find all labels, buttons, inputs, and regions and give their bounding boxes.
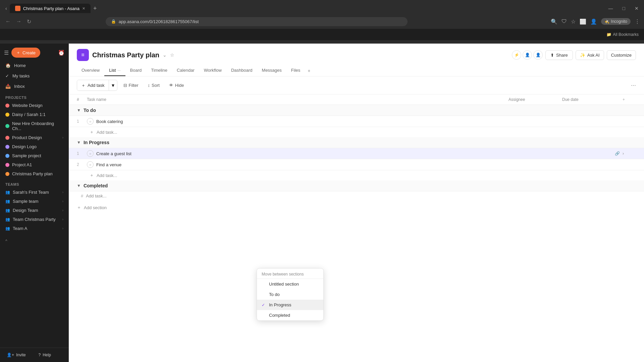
close-button[interactable]: ✕ (632, 5, 641, 12)
tab-dashboard[interactable]: Dashboard (226, 65, 257, 76)
section-completed: ▼ Completed # Add task... (69, 180, 644, 200)
sidebar-item-inbox[interactable]: 📥 Inbox (0, 81, 69, 92)
nav-more-icon[interactable]: + (305, 65, 313, 76)
integration-icon[interactable]: ⚡ (512, 50, 521, 60)
sidebar-item-team-christmas-party[interactable]: 👥 Team Christmas Party › (0, 215, 69, 224)
tab-workflow[interactable]: Workflow (199, 65, 226, 76)
favorite-icon[interactable]: ☆ (170, 52, 174, 58)
dropdown-item-completed[interactable]: Completed (257, 310, 323, 320)
address-bar[interactable]: 🔒 app.asana.com/0/1206182861755067/list (106, 17, 408, 26)
new-tab-button[interactable]: + (91, 4, 100, 13)
back-tab-icon[interactable]: ‹ (3, 4, 10, 12)
sidebar-item-project-a1[interactable]: Project A1 (0, 160, 69, 169)
tab-close-icon[interactable]: ✕ (82, 6, 85, 11)
clock-icon[interactable]: ⏰ (58, 50, 65, 56)
add-section-row[interactable]: ＋ Add section (69, 200, 644, 215)
dropdown-item-in-progress[interactable]: ✓ In Progress (257, 300, 323, 310)
more-options-icon[interactable]: ⋮ (635, 18, 640, 25)
filter-button[interactable]: ⊟ Filter (120, 81, 142, 90)
tab-board[interactable]: Board (125, 65, 147, 76)
plus-icon: ＋ (90, 172, 94, 178)
add-task-row-in-progress[interactable]: ＋ Add task... (69, 170, 644, 180)
sidebar-item-team-a[interactable]: 👥 Team A › (0, 224, 69, 233)
plus-icon: ＋ (90, 129, 94, 135)
ask-ai-button[interactable]: ✨ Ask AI (576, 50, 604, 60)
tab-overview[interactable]: Overview (77, 65, 104, 76)
section-header-completed[interactable]: ▼ Completed (69, 180, 644, 191)
sidebar-item-design-logo[interactable]: Design Logo (0, 142, 69, 151)
tab-calendar[interactable]: Calendar (172, 65, 199, 76)
tab-messages[interactable]: Messages (257, 65, 286, 76)
bookmarks-label[interactable]: 📁 All Bookmarks (606, 32, 639, 37)
back-button[interactable]: ← (4, 17, 12, 26)
lock-icon: 🔒 (111, 19, 116, 24)
sidebar-item-home[interactable]: 🏠 Home (0, 60, 69, 71)
hamburger-icon[interactable]: ☰ (4, 50, 9, 56)
task-name[interactable]: Find a venue (96, 162, 522, 167)
sidebar-item-website-design[interactable]: Website Design (0, 101, 69, 110)
toolbar-more-icon[interactable]: ··· (631, 82, 636, 89)
tab-list[interactable]: List ··· (104, 65, 125, 76)
task-complete-checkbox[interactable]: ○ (87, 150, 94, 157)
sidebar-item-sarahs-first-team[interactable]: 👥 Sarah's First Team › (0, 188, 69, 197)
minimize-button[interactable]: — (606, 5, 616, 12)
sort-button[interactable]: ↕ Sort (144, 81, 163, 90)
search-icon[interactable]: 🔍 (551, 18, 557, 25)
title-dropdown-icon[interactable]: ⌄ (163, 52, 167, 58)
section-header-in-progress[interactable]: ▼ In Progress (69, 137, 644, 148)
plus-icon: ＋ (81, 82, 86, 88)
sidebar-toggle-icon[interactable]: ⬜ (580, 18, 586, 25)
project-dot (5, 145, 9, 149)
sidebar-item-my-tasks[interactable]: ✓ My tasks (0, 71, 69, 81)
sidebar-item-design-team[interactable]: 👥 Design Team › (0, 206, 69, 215)
task-name[interactable]: Create a guest list (96, 151, 522, 156)
sidebar-item-product-design[interactable]: Product Design › (0, 133, 69, 142)
project-icon: ≡ (77, 49, 89, 61)
profile-icon[interactable]: 👤 (590, 18, 597, 25)
collapse-teams-icon[interactable]: ^ (5, 239, 7, 243)
maximize-button[interactable]: □ (620, 5, 628, 12)
tab-timeline[interactable]: Timeline (146, 65, 172, 76)
sidebar-item-sample-project[interactable]: Sample project (0, 151, 69, 160)
sidebar-item-christmas-party[interactable]: Christmas Party plan (0, 169, 69, 178)
help-icon: ? (39, 353, 41, 357)
sidebar-item-daisy-sarah[interactable]: Daisy / Sarah 1:1 (0, 110, 69, 119)
task-complete-checkbox[interactable]: ○ (87, 161, 94, 168)
dropdown-item-untitled[interactable]: Untitled section (257, 279, 323, 289)
task-name[interactable]: Book catering (96, 119, 522, 124)
star-icon[interactable]: ☆ (571, 18, 576, 25)
add-task-button[interactable]: ＋ Add task (77, 80, 109, 90)
dropdown-item-todo[interactable]: To do (257, 289, 323, 300)
table-row: 2 ○ Find a venue (69, 159, 644, 170)
add-task-row-completed[interactable]: # Add task... (69, 191, 644, 200)
add-column-icon[interactable]: + (623, 97, 636, 102)
forward-button[interactable]: → (15, 17, 23, 26)
sidebar-item-sample-team[interactable]: 👥 Sample team › (0, 197, 69, 206)
team-icon: 👥 (5, 199, 10, 203)
main-content: ≡ Christmas Party plan ⌄ ☆ ⚡ 👤 👤 ⬆ Share (69, 44, 644, 362)
member2-icon[interactable]: 👤 (533, 50, 543, 60)
invite-button[interactable]: 👤+ Invite (4, 351, 33, 359)
share-button[interactable]: ⬆ Share (545, 50, 573, 60)
section-header-todo[interactable]: ▼ To do (69, 105, 644, 116)
tab-files[interactable]: Files (286, 65, 305, 76)
home-icon: 🏠 (5, 63, 11, 68)
task-complete-checkbox[interactable]: ○ (87, 118, 94, 125)
shield-icon: 🛡 (561, 18, 567, 24)
sort-icon: ↕ (148, 83, 150, 88)
refresh-button[interactable]: ↻ (25, 17, 33, 26)
help-button[interactable]: ? Help (36, 351, 65, 359)
add-task-dropdown-arrow[interactable]: ▾ (109, 80, 117, 90)
section-collapse-icon: ▼ (77, 140, 81, 145)
add-task-row-todo[interactable]: ＋ Add task... (69, 127, 644, 137)
sidebar-item-new-hire[interactable]: New Hire Onboarding Ch... (0, 119, 69, 133)
create-button[interactable]: ＋ Create (11, 48, 40, 58)
active-tab[interactable]: Christmas Party plan - Asana ✕ (10, 4, 91, 13)
link-icon[interactable]: 🔗 (615, 151, 620, 156)
hide-button[interactable]: 👁 Hide (166, 81, 187, 90)
member-icon[interactable]: 👤 (523, 50, 532, 60)
incognito-badge: 🕵 Incognito (601, 18, 631, 25)
expand-icon[interactable]: › (623, 151, 624, 156)
task-number: 1 (77, 151, 87, 156)
customize-button[interactable]: Customize (607, 50, 636, 60)
